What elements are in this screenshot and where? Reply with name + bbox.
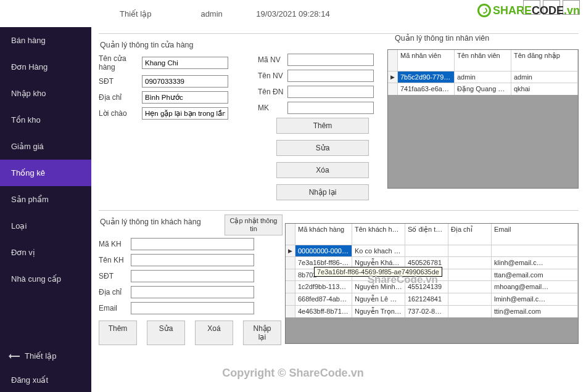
table-row[interactable]: 668fed87-4abd-…Nguyễn Lê Minh162124841lm…: [286, 293, 578, 305]
main-content: Quản lý thông tin cửa hàng Tên cửa hàng …: [91, 27, 586, 392]
store-greet-input[interactable]: [142, 107, 228, 120]
store-addr-input[interactable]: [142, 91, 228, 104]
cell: lminh@email.c…: [492, 293, 578, 305]
employee-grid[interactable]: Mã nhân viên Tên nhân viên Tên đăng nhập…: [387, 49, 579, 189]
cell: [448, 257, 492, 269]
cell: qkhai: [511, 83, 578, 95]
cust-id-label: Mã KH: [99, 240, 131, 248]
cell: 1c2df9bb-1133-…: [295, 281, 352, 293]
cust-delete-button[interactable]: Xoá: [195, 321, 233, 345]
sidebar-item-types[interactable]: Loại: [0, 213, 91, 239]
cust-add-button[interactable]: Thêm: [99, 321, 137, 345]
cust-phone-input[interactable]: [131, 270, 254, 282]
emp-id-label: Mã NV: [258, 55, 287, 64]
timestamp: 19/03/2021 09:28:14: [256, 9, 329, 18]
store-addr-label: Địa chỉ: [99, 93, 142, 102]
table-row[interactable]: ▶00000000-0000-…Ko co khach ha…: [286, 245, 578, 256]
cell: [448, 269, 492, 280]
cell: 00000000-0000-…: [295, 245, 352, 256]
sidebar-item-suppliers[interactable]: Nhà cung cấp: [0, 266, 91, 292]
cell: [405, 245, 448, 256]
sidebar-item-products[interactable]: Sản phẩm: [0, 186, 91, 213]
emp-add-button[interactable]: Thêm: [276, 118, 369, 134]
cell: admin: [511, 71, 578, 83]
cell: admin: [455, 71, 511, 83]
cell: 668fed87-4abd-…: [295, 293, 352, 305]
sidebar-item-sales[interactable]: Bán hàng: [0, 27, 91, 54]
cust-col-phone[interactable]: Số điện thoại: [405, 224, 448, 245]
table-row[interactable]: ▶ 7b5c2d90-7798… admin admin: [388, 71, 578, 83]
emp-pw-input[interactable]: [287, 102, 374, 114]
arrow-left-icon: [11, 356, 20, 357]
cust-email-label: Email: [99, 304, 131, 312]
breadcrumb: Thiết lập: [120, 9, 151, 18]
table-row[interactable]: 741faa63-e6ac-… Đặng Quang K… qkhai: [388, 83, 578, 95]
cell: [492, 245, 578, 256]
table-row[interactable]: 4e463bff-8b71-…Nguyễn Trọng …737-02-8831…: [286, 305, 578, 317]
cell: klinh@email.c…: [492, 257, 578, 269]
cust-id-input[interactable]: [131, 238, 254, 250]
sidebar-item-stats[interactable]: Thống kê: [0, 160, 91, 186]
breadcrumb: admin: [200, 9, 222, 18]
sidebar-item-import[interactable]: Nhập kho: [0, 80, 91, 107]
cust-col-email[interactable]: Email: [492, 224, 578, 245]
sidebar-item-settings[interactable]: Thiết lập: [0, 344, 91, 368]
emp-delete-button[interactable]: Xóa: [276, 162, 369, 178]
sidebar-item-inventory[interactable]: Tồn kho: [0, 107, 91, 133]
store-phone-input[interactable]: [142, 75, 228, 88]
row-pointer-icon: [286, 281, 295, 293]
row-pointer-icon: ▶: [286, 245, 295, 256]
cell: 4e463bff-8b71-…: [295, 306, 352, 317]
emp-col-id[interactable]: Mã nhân viên: [398, 50, 455, 71]
cell: [448, 281, 492, 293]
cust-name-label: Tên KH: [99, 256, 131, 264]
emp-login-input[interactable]: [287, 86, 374, 98]
emp-name-input[interactable]: [287, 70, 374, 82]
cell: Ko co khach ha…: [352, 245, 405, 256]
cust-col-name[interactable]: Tên khách hàng: [352, 224, 405, 245]
sidebar-item-label: Đăng xuất: [11, 375, 48, 385]
emp-col-name[interactable]: Tên nhân viên: [455, 50, 511, 71]
sidebar-item-orders[interactable]: Đơn Hàng: [0, 54, 91, 80]
sidebar-item-units[interactable]: Đơn vị: [0, 239, 91, 266]
store-section-title: Quản lý thông tin cửa hàng: [100, 40, 247, 49]
emp-reset-button[interactable]: Nhập lại: [276, 184, 369, 200]
row-pointer-icon: [286, 269, 295, 280]
sidebar-item-logout[interactable]: Đăng xuất: [0, 368, 91, 392]
cust-reset-button[interactable]: Nhập lại: [243, 321, 281, 345]
emp-login-label: Tên ĐN: [258, 88, 287, 96]
cust-addr-input[interactable]: [131, 286, 254, 298]
update-info-button[interactable]: Cập nhật thông tin: [225, 214, 283, 235]
sidebar-item-discount[interactable]: Giảm giá: [0, 133, 91, 160]
brand-logo: SHARECODE.vn: [477, 4, 580, 17]
store-name-input[interactable]: [142, 57, 228, 69]
cust-col-addr[interactable]: Địa chỉ: [448, 224, 492, 245]
sidebar: Bán hàng Đơn Hàng Nhập kho Tồn kho Giảm …: [0, 27, 91, 392]
emp-col-login[interactable]: Tên đăng nhập: [511, 50, 578, 71]
cell: 737-02-8831: [405, 306, 448, 317]
cust-name-input[interactable]: [131, 254, 254, 266]
recycle-icon: [477, 4, 491, 17]
row-pointer-icon: [286, 257, 295, 269]
watermark: Copyright © ShareCode.vn: [222, 367, 363, 380]
cust-col-id[interactable]: Mã khách hàng: [295, 224, 352, 245]
cust-edit-button[interactable]: Sửa: [147, 321, 185, 345]
cell: ttin@email.com: [492, 306, 578, 317]
cell: [448, 245, 492, 256]
store-phone-label: SĐT: [99, 77, 142, 86]
row-pointer-icon: ▶: [388, 71, 398, 83]
store-name-label: Tên cửa hàng: [99, 54, 142, 71]
store-greet-label: Lời chào: [99, 109, 142, 118]
emp-name-label: Tên NV: [258, 71, 287, 80]
cell: Đặng Quang K…: [455, 83, 511, 95]
cell: Nguyễn Lê Minh: [352, 293, 405, 305]
emp-section-title: Quản lý thông tin nhân viên: [395, 33, 489, 43]
cust-addr-label: Địa chỉ: [99, 288, 131, 296]
cust-email-input[interactable]: [131, 302, 254, 314]
watermark: ShareCode.vn: [368, 274, 438, 286]
row-pointer-icon: [286, 306, 295, 317]
cell: 162124841: [405, 293, 448, 305]
cell: Nguyễn Trọng …: [352, 306, 405, 317]
emp-edit-button[interactable]: Sửa: [276, 140, 369, 156]
emp-id-input[interactable]: [287, 54, 374, 66]
